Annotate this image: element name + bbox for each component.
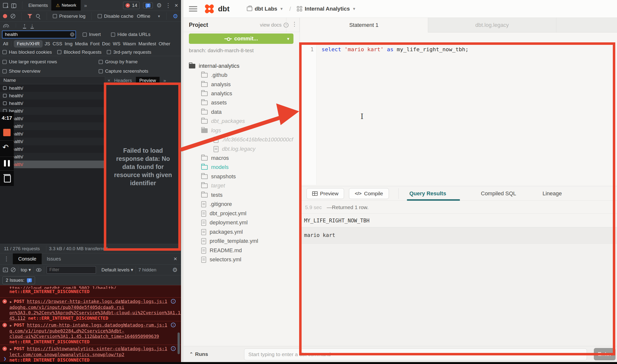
chip-font[interactable]: Font bbox=[90, 40, 100, 48]
request-row[interactable]: health/ bbox=[0, 138, 105, 145]
stop-recording-icon[interactable] bbox=[3, 129, 11, 136]
commit-button[interactable]: commit... ▼ bbox=[189, 33, 293, 44]
console-error[interactable]: ✕ ▶POSThttps://fishtownanalytics.sinter-… bbox=[0, 345, 181, 363]
chip-ws[interactable]: WS bbox=[112, 40, 121, 48]
live-expression-icon[interactable] bbox=[36, 268, 41, 272]
device-toolbar-icon[interactable] bbox=[11, 3, 16, 8]
request-row[interactable]: health/ bbox=[0, 130, 105, 138]
tab-headers[interactable]: Headers bbox=[114, 78, 132, 83]
filter-icon[interactable] bbox=[27, 14, 32, 18]
console-sidebar-icon[interactable]: ▸ bbox=[3, 268, 8, 272]
tree-file-packages-yml[interactable]: packages.yml bbox=[201, 228, 243, 236]
blocked-requests-checkbox[interactable]: Blocked Requests bbox=[57, 50, 101, 55]
pause-recording-icon[interactable] bbox=[4, 160, 10, 166]
log-levels-dropdown[interactable]: Default levels ▾ bbox=[101, 267, 133, 273]
enter-button[interactable]: Enter bbox=[594, 348, 616, 360]
chip-manifest[interactable]: Manifest bbox=[138, 40, 157, 48]
close-drawer-icon[interactable]: × bbox=[170, 255, 181, 262]
chip-js[interactable]: JS bbox=[44, 40, 51, 48]
tree-folder-data[interactable]: data bbox=[201, 108, 222, 116]
account-selector[interactable]: dbt Labs ▼ bbox=[247, 6, 284, 12]
close-pane-icon[interactable]: × bbox=[108, 78, 110, 83]
import-har-icon[interactable]: ↑ bbox=[23, 23, 26, 29]
chip-other[interactable]: Other bbox=[158, 40, 171, 48]
tab-elements[interactable]: Elements bbox=[28, 3, 48, 8]
error-source-link[interactable]: datadog-logs.js:1 bbox=[122, 346, 167, 351]
drawer-kebab-icon[interactable]: ⋮ bbox=[0, 255, 13, 262]
console-settings-icon[interactable]: ⚙ bbox=[172, 266, 178, 273]
error-source-link[interactable]: datadog-rum.js:1 bbox=[125, 322, 167, 328]
throttling-chevron-icon[interactable]: ▼ bbox=[157, 14, 161, 18]
tab-issues[interactable]: Issues bbox=[42, 256, 66, 262]
project-selector[interactable]: Internal Analytics ▼ bbox=[297, 6, 356, 12]
tree-folder-github[interactable]: .github bbox=[201, 71, 227, 80]
tree-folder-logs[interactable]: logs bbox=[201, 126, 221, 135]
dbt-command-input[interactable] bbox=[244, 348, 587, 360]
request-row[interactable]: health/ bbox=[0, 145, 105, 153]
chip-fetch-xhr[interactable]: Fetch/XHR bbox=[14, 40, 43, 48]
issues-count-badge[interactable]: 2 bbox=[143, 2, 153, 8]
inspect-icon[interactable] bbox=[3, 3, 8, 8]
network-filter-input[interactable] bbox=[2, 31, 76, 38]
checkbox-box[interactable] bbox=[3, 101, 7, 105]
error-count-badge[interactable]: ✕14 bbox=[123, 2, 140, 9]
tree-file-readme[interactable]: README.md bbox=[201, 246, 242, 255]
chip-media[interactable]: Media bbox=[74, 40, 88, 48]
console-prompt[interactable]: ❯ bbox=[3, 356, 6, 362]
chip-css[interactable]: CSS bbox=[52, 40, 63, 48]
tree-folder-analysis[interactable]: analysis bbox=[201, 80, 231, 89]
request-row[interactable]: health/ bbox=[0, 92, 105, 99]
info-icon[interactable]: i bbox=[171, 346, 176, 351]
tab-lineage[interactable]: Lineage bbox=[543, 186, 562, 201]
request-row[interactable]: health/ bbox=[0, 115, 105, 122]
tree-folder-dbt-packages[interactable]: dbt_packages bbox=[201, 117, 245, 126]
more-tabs-icon[interactable]: » bbox=[84, 2, 87, 8]
hide-data-urls-checkbox[interactable]: Hide data URLs bbox=[111, 32, 150, 37]
chip-doc[interactable]: Doc bbox=[102, 40, 111, 48]
request-row-selected[interactable]: health/ bbox=[0, 161, 105, 168]
view-docs-link[interactable]: view docs? bbox=[260, 22, 289, 28]
name-column-header[interactable]: Name bbox=[0, 76, 105, 84]
request-row[interactable]: health/ bbox=[0, 99, 105, 107]
tab-compiled-sql[interactable]: Compiled SQL bbox=[481, 186, 516, 201]
throttling-dropdown[interactable]: Offline bbox=[137, 14, 150, 19]
results-table-row[interactable]: mario kart bbox=[300, 227, 617, 244]
compile-button[interactable]: </>Compile bbox=[349, 188, 389, 199]
preview-button[interactable]: Preview bbox=[307, 188, 344, 199]
delete-recording-icon[interactable] bbox=[3, 174, 10, 182]
record-icon[interactable] bbox=[3, 14, 7, 18]
checkbox-box[interactable] bbox=[3, 94, 7, 98]
context-selector[interactable]: top ▾ bbox=[21, 267, 31, 273]
tree-folder-macros[interactable]: macros bbox=[201, 154, 229, 163]
request-row[interactable]: health/ bbox=[0, 84, 105, 92]
invert-checkbox[interactable]: Invert bbox=[83, 32, 101, 37]
tree-file-selectors-yml[interactable]: selectors.yml bbox=[201, 255, 241, 264]
preserve-log-checkbox[interactable]: Preserve log bbox=[53, 14, 86, 19]
console-error[interactable]: ✕ ▶POSThttps://browser-http-intake.logs.… bbox=[0, 298, 181, 321]
tree-folder-analytics[interactable]: analytics bbox=[201, 89, 232, 98]
info-icon[interactable]: i bbox=[171, 323, 176, 327]
chip-img[interactable]: Img bbox=[64, 40, 73, 48]
tree-file-nfc-log[interactable]: .nfc3665c416bfecb1000000cf bbox=[214, 135, 293, 144]
request-row[interactable]: health/ bbox=[0, 107, 105, 115]
has-blocked-cookies-checkbox[interactable]: Has blocked cookies bbox=[2, 50, 52, 55]
checkbox-box[interactable] bbox=[3, 86, 7, 90]
runs-toggle[interactable]: ⌃Runs bbox=[189, 351, 208, 357]
request-row[interactable]: health/ bbox=[0, 153, 105, 161]
issues-pill[interactable]: 2 Issues: 2 bbox=[2, 276, 35, 284]
project-kebab-icon[interactable]: ⋮ bbox=[291, 21, 297, 28]
more-pane-tabs-icon[interactable]: » bbox=[163, 78, 166, 83]
expand-triangle-icon[interactable]: ▶ bbox=[10, 347, 12, 351]
network-conditions-gear-icon[interactable]: ⚙ bbox=[173, 13, 178, 20]
restart-recording-icon[interactable]: ↶ bbox=[2, 143, 11, 151]
request-row[interactable]: health/ bbox=[0, 122, 105, 130]
tree-folder-assets[interactable]: assets bbox=[201, 98, 227, 107]
tree-folder-internal-analytics[interactable]: internal-analytics bbox=[189, 62, 239, 70]
tab-preview[interactable]: Preview bbox=[136, 77, 160, 84]
tab-network[interactable]: ⚠Network bbox=[51, 0, 81, 11]
code-line[interactable]: select 'mario kart' as my_life_right_now… bbox=[322, 46, 469, 52]
tree-file-dbt-project-yml[interactable]: dbt_project.yml bbox=[201, 209, 246, 218]
console-error[interactable]: ttps://cloud.getdbt.com/0.5002.1/health/… bbox=[0, 285, 181, 298]
third-party-requests-checkbox[interactable]: 3rd-party requests bbox=[107, 50, 151, 55]
expand-triangle-icon[interactable]: ▶ bbox=[10, 300, 12, 304]
